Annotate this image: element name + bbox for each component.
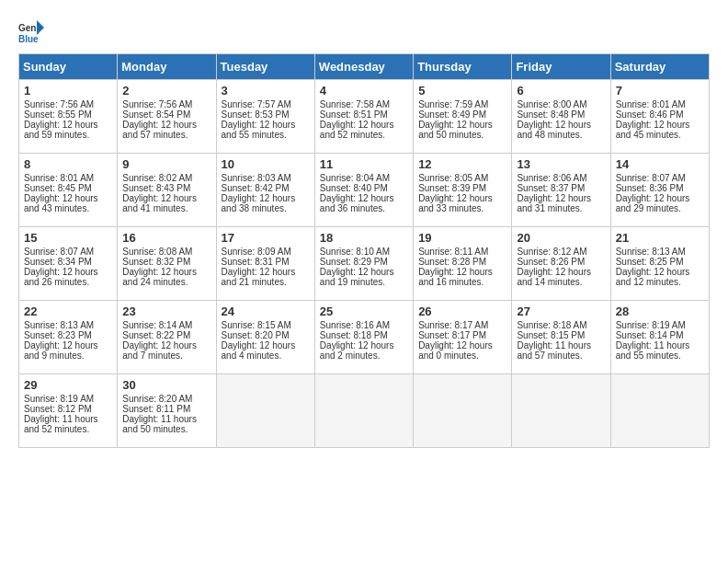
sunrise-2: Sunrise: 7:56 AM [122,99,192,109]
sunset-1: Sunset: 8:55 PM [24,109,92,120]
sunrise-1: Sunrise: 7:56 AM [24,99,94,109]
day-number-5: 5 [418,84,506,98]
day-number-21: 21 [616,231,704,245]
daylight-label-27: Daylight: 11 hours and 57 minutes. [517,340,591,361]
daylight-label-11: Daylight: 12 hours and 36 minutes. [320,193,394,213]
daylight-label-5: Daylight: 12 hours and 50 minutes. [418,120,493,140]
logo: Gen Blue [18,18,48,44]
day-number-25: 25 [320,304,408,318]
header-sunday: Sunday [19,54,118,80]
sunset-14: Sunset: 8:36 PM [616,183,684,193]
day-cell-13: 13 Sunrise: 8:06 AM Sunset: 8:37 PM Dayl… [512,154,610,227]
empty-cell [216,374,314,448]
sunset-8: Sunset: 8:45 PM [24,183,92,193]
sunrise-4: Sunrise: 7:58 AM [320,99,390,109]
sunset-10: Sunset: 8:42 PM [222,183,290,193]
day-number-19: 19 [418,231,506,245]
daylight-label-20: Daylight: 12 hours and 14 minutes. [517,267,591,287]
day-number-20: 20 [517,231,605,245]
day-number-3: 3 [222,84,310,98]
sunset-2: Sunset: 8:54 PM [122,109,190,120]
sunrise-23: Sunrise: 8:14 AM [122,320,192,330]
sunrise-13: Sunrise: 8:06 AM [517,173,586,183]
day-cell-2: 2 Sunrise: 7:56 AM Sunset: 8:54 PM Dayli… [118,80,216,154]
sunset-20: Sunset: 8:26 PM [517,257,585,267]
sunset-17: Sunset: 8:31 PM [222,257,290,267]
sunset-27: Sunset: 8:15 PM [517,330,585,340]
day-cell-21: 21 Sunrise: 8:13 AM Sunset: 8:25 PM Dayl… [610,227,709,301]
sunrise-11: Sunrise: 8:04 AM [320,173,390,183]
day-number-1: 1 [24,84,112,98]
day-cell-7: 7 Sunrise: 8:01 AM Sunset: 8:46 PM Dayli… [610,80,709,154]
sunrise-24: Sunrise: 8:15 AM [222,320,291,330]
sunrise-3: Sunrise: 7:57 AM [222,99,291,109]
day-cell-25: 25 Sunrise: 8:16 AM Sunset: 8:18 PM Dayl… [314,301,413,374]
sunset-5: Sunset: 8:49 PM [418,109,486,120]
header-monday: Monday [118,54,216,80]
sunrise-15: Sunrise: 8:07 AM [24,247,94,257]
empty-cell [314,374,413,448]
daylight-label-22: Daylight: 12 hours and 9 minutes. [24,340,98,361]
empty-cell [414,374,512,448]
daylight-label-1: Daylight: 12 hours and 59 minutes. [24,120,98,140]
sunrise-27: Sunrise: 8:18 AM [517,320,586,330]
day-number-17: 17 [222,231,310,245]
daylight-label-7: Daylight: 12 hours and 45 minutes. [616,120,690,140]
sunset-29: Sunset: 8:12 PM [24,404,92,414]
day-cell-23: 23 Sunrise: 8:14 AM Sunset: 8:22 PM Dayl… [118,301,216,374]
daylight-label-18: Daylight: 12 hours and 19 minutes. [320,267,394,287]
week-row-1: 1 Sunrise: 7:56 AM Sunset: 8:55 PM Dayli… [19,80,710,154]
day-number-2: 2 [122,84,210,98]
daylight-label-21: Daylight: 12 hours and 12 minutes. [616,267,690,287]
daylight-label-30: Daylight: 11 hours and 50 minutes. [122,414,197,434]
day-number-28: 28 [616,304,704,318]
sunset-28: Sunset: 8:14 PM [616,330,684,340]
page-header: Gen Blue [18,18,710,44]
day-number-29: 29 [24,378,112,392]
day-number-10: 10 [222,157,310,171]
sunrise-5: Sunrise: 7:59 AM [418,99,488,109]
sunrise-25: Sunrise: 8:16 AM [320,320,390,330]
day-number-8: 8 [24,157,112,171]
week-row-3: 15 Sunrise: 8:07 AM Sunset: 8:34 PM Dayl… [19,227,710,301]
day-number-13: 13 [517,157,605,171]
day-cell-4: 4 Sunrise: 7:58 AM Sunset: 8:51 PM Dayli… [314,80,413,154]
sunrise-26: Sunrise: 8:17 AM [418,320,488,330]
sunrise-19: Sunrise: 8:11 AM [418,247,488,257]
day-number-16: 16 [122,231,210,245]
day-cell-26: 26 Sunrise: 8:17 AM Sunset: 8:17 PM Dayl… [414,301,512,374]
sunrise-30: Sunrise: 8:20 AM [122,394,192,404]
daylight-label-16: Daylight: 12 hours and 24 minutes. [122,267,197,287]
header-thursday: Thursday [414,54,512,80]
daylight-label-26: Daylight: 12 hours and 0 minutes. [418,340,493,361]
day-number-27: 27 [517,304,605,318]
header-saturday: Saturday [610,54,709,80]
logo-icon: Gen Blue [18,18,44,44]
day-cell-30: 30 Sunrise: 8:20 AM Sunset: 8:11 PM Dayl… [118,374,216,448]
day-number-6: 6 [517,84,605,98]
day-cell-1: 1 Sunrise: 7:56 AM Sunset: 8:55 PM Dayli… [19,80,118,154]
day-number-30: 30 [122,378,210,392]
day-cell-10: 10 Sunrise: 8:03 AM Sunset: 8:42 PM Dayl… [216,154,314,227]
daylight-label-14: Daylight: 12 hours and 29 minutes. [616,193,690,213]
day-cell-19: 19 Sunrise: 8:11 AM Sunset: 8:28 PM Dayl… [414,227,512,301]
svg-text:Gen: Gen [18,23,36,33]
sunset-12: Sunset: 8:39 PM [418,183,486,193]
sunrise-17: Sunrise: 8:09 AM [222,247,291,257]
day-number-15: 15 [24,231,112,245]
week-row-5: 29 Sunrise: 8:19 AM Sunset: 8:12 PM Dayl… [19,374,710,448]
daylight-label-29: Daylight: 11 hours and 52 minutes. [24,414,98,434]
daylight-label-6: Daylight: 12 hours and 48 minutes. [517,120,591,140]
header-wednesday: Wednesday [314,54,413,80]
sunset-13: Sunset: 8:37 PM [517,183,585,193]
sunrise-29: Sunrise: 8:19 AM [24,394,94,404]
day-cell-27: 27 Sunrise: 8:18 AM Sunset: 8:15 PM Dayl… [512,301,610,374]
day-cell-11: 11 Sunrise: 8:04 AM Sunset: 8:40 PM Dayl… [314,154,413,227]
sunrise-12: Sunrise: 8:05 AM [418,173,488,183]
sunset-25: Sunset: 8:18 PM [320,330,388,340]
daylight-label-15: Daylight: 12 hours and 26 minutes. [24,267,98,287]
daylight-label-13: Daylight: 12 hours and 31 minutes. [517,193,591,213]
sunset-11: Sunset: 8:40 PM [320,183,388,193]
day-cell-14: 14 Sunrise: 8:07 AM Sunset: 8:36 PM Dayl… [610,154,709,227]
day-cell-6: 6 Sunrise: 8:00 AM Sunset: 8:48 PM Dayli… [512,80,610,154]
